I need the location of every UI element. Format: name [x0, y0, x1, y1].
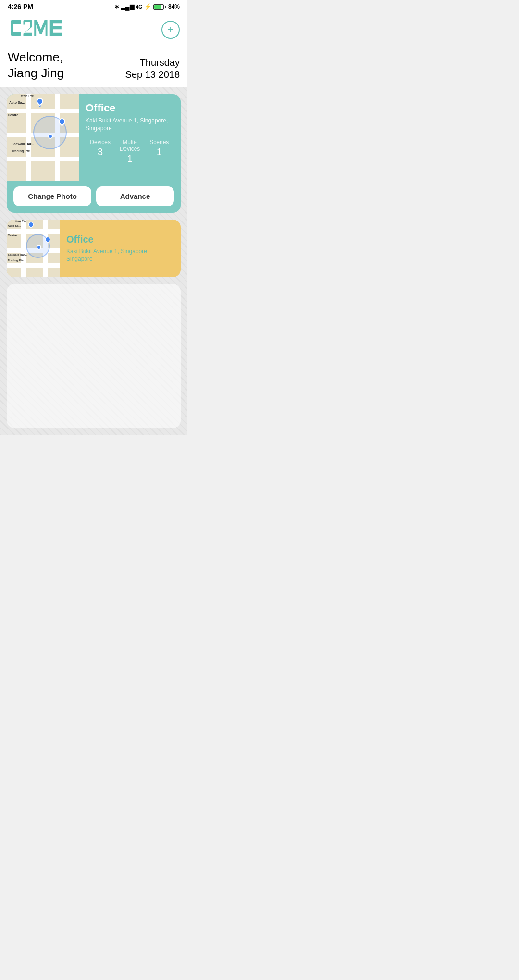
pin1	[37, 98, 43, 107]
active-card-info: Office Kaki Bukit Avenue 1, Singapore, S…	[79, 94, 181, 181]
active-card-map: Auto Sa... Centre Seawalk Har... Trading…	[7, 94, 79, 181]
battery-percent: 84%	[168, 3, 180, 10]
battery-tip	[165, 6, 166, 8]
active-location-card[interactable]: Auto Sa... Centre Seawalk Har... Trading…	[7, 94, 181, 213]
battery-body	[153, 4, 164, 10]
map-label-centre: Centre	[8, 113, 18, 117]
welcome-left: Welcome, Jiang Jing	[8, 49, 64, 81]
map-label-seawalk: Seawalk Har...	[12, 142, 34, 146]
battery-icon	[153, 4, 166, 10]
secondary-card-info: Office Kaki Bukit Avenue 1, Singapore, S…	[60, 227, 181, 270]
secondary-card-name: Office	[66, 234, 174, 245]
stat-multi-value: 1	[115, 153, 144, 164]
road-h1	[7, 109, 79, 113]
main-content: Auto Sa... Centre Seawalk Har... Trading…	[0, 87, 187, 435]
status-time: 4:26 PM	[8, 3, 33, 11]
map-label-1: Auto Sa...	[9, 101, 25, 104]
secondary-map-mockup: tton Pte Auto Sa... Centre Seawalk Har..…	[7, 220, 60, 277]
stat-multi-label: Multi-Devices	[115, 139, 144, 152]
logo-svg	[8, 17, 70, 38]
active-card-top: Auto Sa... Centre Seawalk Har... Trading…	[7, 94, 181, 181]
bluetooth-icon: ∗	[114, 3, 119, 10]
secondary-card-address: Kaki Bukit Avenue 1, Singapore, Singapor…	[66, 248, 174, 263]
stat-devices-label: Devices	[86, 139, 115, 146]
header: +	[0, 13, 187, 47]
s-label-centre: Centre	[8, 234, 17, 237]
battery-fill	[154, 5, 161, 9]
welcome-section: Welcome, Jiang Jing Thursday Sep 13 2018	[0, 47, 187, 87]
secondary-card-map: tton Pte Auto Sa... Centre Seawalk Har..…	[7, 220, 60, 277]
s-road-v1	[21, 220, 26, 277]
active-card-buttons: Change Photo Advance	[7, 181, 181, 206]
advance-button[interactable]: Advance	[96, 186, 174, 206]
add-button[interactable]: +	[161, 21, 180, 39]
road-v1	[26, 94, 31, 181]
map-label-trading: Trading Pte	[12, 149, 30, 153]
s-label-auto: Auto Sa...	[8, 224, 21, 227]
map-label-top: tton Pte	[21, 94, 34, 98]
welcome-greeting: Welcome,	[8, 49, 64, 65]
status-bar: 4:26 PM ∗ ▂▄▆ 4G ⚡ 84%	[0, 0, 187, 13]
map-mockup: Auto Sa... Centre Seawalk Har... Trading…	[7, 94, 79, 181]
active-card-address: Kaki Bukit Avenue 1, Singapore, Singapor…	[86, 117, 174, 132]
stat-scenes: Scenes 1	[145, 139, 174, 164]
s-pin2	[45, 237, 50, 242]
pin2	[59, 118, 65, 125]
s-road-h1	[7, 229, 60, 234]
app-logo	[8, 17, 70, 42]
center-dot	[48, 134, 53, 139]
welcome-username: Jiang Jing	[8, 65, 64, 81]
stat-scenes-value: 1	[145, 147, 174, 158]
s-label-seawalk: Seawalk Har...	[8, 253, 27, 256]
stat-devices: Devices 3	[86, 139, 115, 164]
stat-devices-value: 3	[86, 147, 115, 158]
data-icon: 4G	[136, 4, 142, 10]
active-card-name: Office	[86, 102, 174, 114]
welcome-right: Thursday Sep 13 2018	[125, 57, 180, 81]
charging-icon: ⚡	[144, 3, 151, 10]
s-center-dot	[37, 245, 41, 250]
signal-icon: ▂▄▆	[121, 3, 134, 10]
active-card-stats: Devices 3 Multi-Devices 1 Scenes 1	[86, 139, 174, 164]
s-road-h3	[7, 263, 60, 268]
empty-card	[7, 284, 181, 428]
plus-icon: +	[168, 24, 174, 35]
content-wrapper: Auto Sa... Centre Seawalk Har... Trading…	[0, 87, 187, 435]
road-h3	[7, 157, 79, 161]
status-icons: ∗ ▂▄▆ 4G ⚡ 84%	[114, 3, 180, 10]
stat-scenes-label: Scenes	[145, 139, 174, 146]
change-photo-button[interactable]: Change Photo	[13, 186, 91, 206]
stat-multi-devices: Multi-Devices 1	[115, 139, 144, 164]
s-pin1	[28, 222, 34, 227]
date: Sep 13 2018	[125, 69, 180, 81]
day-of-week: Thursday	[125, 57, 180, 69]
secondary-location-card[interactable]: tton Pte Auto Sa... Centre Seawalk Har..…	[7, 220, 181, 277]
s-label-trading: Trading Pte	[8, 259, 24, 262]
s-label-top: tton Pte	[15, 220, 26, 222]
